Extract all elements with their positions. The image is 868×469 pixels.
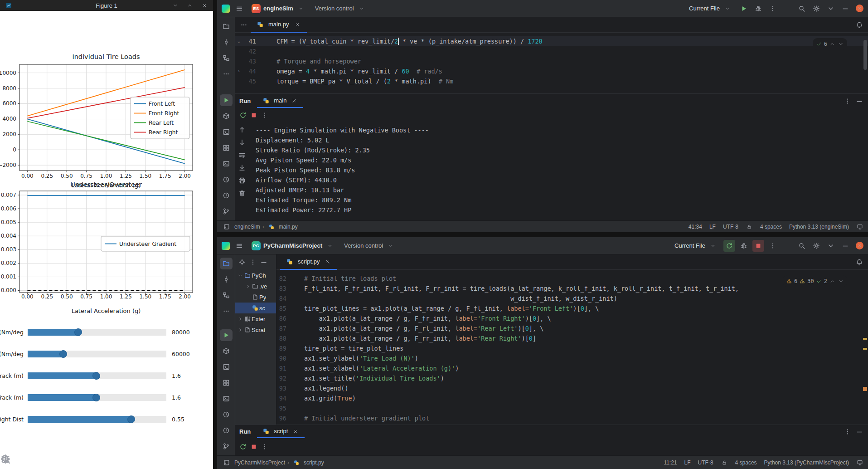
stop-button[interactable] — [249, 442, 259, 452]
rerun-button[interactable] — [723, 240, 735, 252]
code-line-94[interactable]: 94ax1.grid(True) — [276, 393, 868, 403]
stop-button[interactable] — [752, 240, 764, 252]
todo-tool-icon[interactable] — [220, 174, 233, 186]
packages-tool-icon[interactable] — [220, 110, 233, 122]
slider-handle[interactable] — [92, 372, 100, 380]
search-icon[interactable] — [796, 240, 808, 252]
more-icon[interactable] — [260, 442, 270, 452]
fold-marker[interactable]: › — [235, 66, 242, 76]
run-tab-script[interactable]: script — [257, 425, 305, 438]
more-actions-icon[interactable] — [767, 3, 779, 15]
more-actions-icon[interactable] — [767, 240, 779, 252]
tab-main-py[interactable]: main.py — [251, 17, 307, 33]
run-config-selector[interactable]: Current File — [686, 2, 735, 15]
tree-item-py[interactable]: Py — [235, 292, 276, 303]
chevron-right-icon[interactable] — [237, 327, 243, 332]
slider-track[interactable] — [28, 416, 166, 423]
indent-style[interactable]: 4 spaces — [760, 224, 782, 230]
code-line-84[interactable]: 84 w_dist_f_init, w_dist_r_init) — [276, 293, 868, 303]
code-line-83[interactable]: 83F_fl_init, F_fr_init, F_rl_init, F_rr_… — [276, 283, 868, 293]
hide-panel-icon[interactable] — [854, 427, 864, 437]
figure-canvas[interactable]: 0.000.250.500.751.001.251.501.752.00−200… — [0, 11, 213, 469]
save-icon[interactable] — [102, 452, 116, 466]
code-line-87[interactable]: 87 ax1.plot(a_lat_range / g, F_rl_init, … — [276, 323, 868, 333]
structure-tool-icon[interactable] — [220, 289, 233, 301]
code-line-88[interactable]: 88 ax1.plot(a_lat_range / g, F_rr_init, … — [276, 333, 868, 343]
slider-track[interactable] — [28, 351, 166, 357]
lock-icon[interactable] — [721, 459, 728, 466]
notifications-icon[interactable] — [854, 20, 864, 30]
fold-marker[interactable]: ⌄ — [235, 36, 242, 46]
prev-problem-icon[interactable] — [829, 278, 836, 285]
settings-icon[interactable] — [810, 3, 822, 15]
tree-item-pych[interactable]: PyCh — [235, 270, 276, 281]
tree-item-.ve[interactable]: .ve — [235, 281, 276, 292]
app-logo-icon[interactable] — [222, 5, 230, 13]
chevron-down-icon[interactable] — [237, 273, 243, 278]
aup-icon[interactable] — [238, 125, 247, 134]
fwd-icon[interactable] — [32, 452, 45, 466]
code-line-95[interactable]: 95 — [276, 403, 868, 413]
todo-tool-icon[interactable] — [220, 409, 233, 420]
code-line-85[interactable]: 85tire_plot_lines = ax1.plot(a_lat_range… — [276, 303, 868, 313]
inspections-widget[interactable]: 6 — [813, 38, 847, 50]
caret-position[interactable]: 11:21 — [664, 459, 677, 466]
slider-track[interactable] — [28, 394, 166, 401]
file-encoding[interactable]: UTF-8 — [698, 459, 713, 466]
vcs-widget[interactable]: Version control — [341, 239, 398, 252]
code-line-41[interactable]: ⌄41CFM = (V_total_cuin * rev_limit/2 * v… — [235, 36, 868, 46]
chevron-right-icon[interactable] — [237, 317, 243, 322]
tab-script-py[interactable]: script.py — [280, 254, 337, 270]
notifications-icon[interactable] — [854, 257, 864, 267]
pycon-tool-icon[interactable] — [220, 126, 233, 138]
chevron-right-icon[interactable] — [245, 284, 251, 289]
slider-handle[interactable] — [127, 415, 135, 423]
zoom-icon[interactable] — [67, 452, 81, 466]
python-interpreter[interactable]: Python 3.13 (PyCharmMiscProject) — [764, 459, 849, 466]
wrap-icon[interactable] — [238, 151, 247, 160]
packages-tool-icon[interactable] — [220, 345, 233, 357]
slider-handle[interactable] — [92, 394, 100, 401]
pan-icon[interactable] — [53, 452, 67, 466]
editor-scrollbar[interactable] — [863, 40, 867, 70]
slider-handle[interactable] — [74, 328, 82, 336]
structure-tool-icon[interactable] — [220, 52, 233, 64]
debug-button[interactable] — [738, 240, 750, 252]
adjust-icon[interactable] — [81, 452, 94, 466]
line-ending[interactable]: LF — [709, 224, 716, 230]
layout-widget-icon[interactable] — [825, 240, 837, 252]
branch-tool-icon[interactable] — [220, 205, 233, 217]
settings-icon[interactable] — [810, 240, 822, 252]
main-menu-icon[interactable] — [233, 240, 245, 252]
code-line-44[interactable]: ›44omega = 4 * math.pi * rev_limit / 60 … — [235, 66, 868, 76]
run-button[interactable] — [738, 3, 750, 15]
run-panel-title[interactable]: Run — [239, 98, 251, 104]
panel-options-icon[interactable] — [843, 427, 853, 437]
stop-button[interactable] — [249, 110, 259, 120]
tree-item-sc[interactable]: sc — [235, 303, 276, 313]
code-editor[interactable]: 82# Initial tire loads plot83F_fl_init, … — [276, 270, 868, 425]
close-tab-icon[interactable] — [292, 20, 302, 29]
code-line-43[interactable]: 43# Torque and horsepower — [235, 56, 868, 66]
pycon-tool-icon[interactable] — [220, 361, 233, 373]
select-opened-file-icon[interactable] — [237, 257, 247, 267]
close-button[interactable] — [856, 242, 863, 249]
panel-options-icon[interactable] — [843, 96, 853, 106]
play-tool-icon[interactable] — [220, 94, 233, 106]
code-line-91[interactable]: 91ax1.set_xlabel('Lateral Acceleration (… — [276, 363, 868, 373]
code-line-96[interactable]: 96# Initial understeer gradient plot — [276, 413, 868, 423]
status-widget-icon[interactable] — [856, 223, 863, 230]
hide-panel-icon[interactable] — [854, 96, 864, 106]
tree-item-scrat[interactable]: Scrat — [235, 324, 276, 335]
back-icon[interactable] — [18, 452, 32, 466]
services-tool-icon[interactable] — [220, 142, 233, 154]
file-encoding[interactable]: UTF-8 — [723, 224, 738, 230]
project-selector[interactable]: PC PyCharmMiscProject — [249, 239, 338, 252]
problems-tool-icon[interactable] — [220, 190, 233, 201]
code-editor[interactable]: ⌄41CFM = (V_total_cuin * rev_limit/2 * v… — [235, 33, 868, 93]
editor-tab-list-icon[interactable] — [239, 20, 249, 30]
code-line-93[interactable]: 93ax1.legend() — [276, 383, 868, 393]
caret-position[interactable]: 41:34 — [689, 224, 702, 230]
search-icon[interactable] — [796, 3, 808, 15]
folder-tool-icon[interactable] — [220, 258, 233, 269]
